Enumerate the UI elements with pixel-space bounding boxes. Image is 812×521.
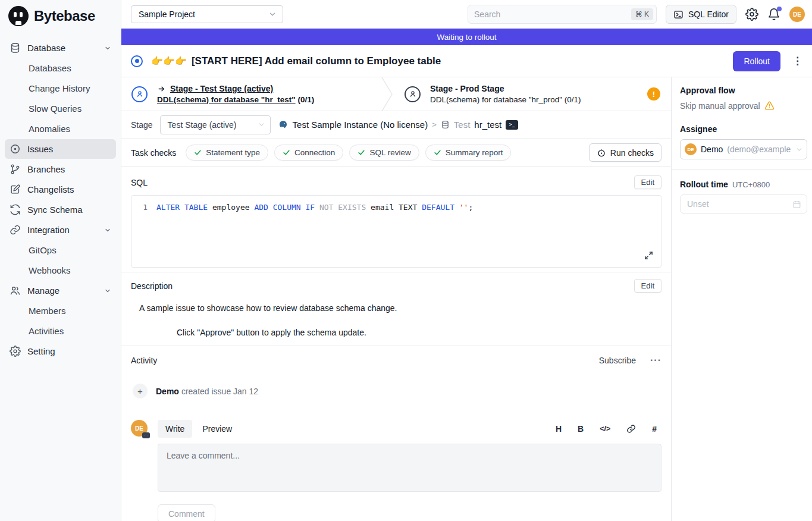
sidebar-item-branches[interactable]: Branches bbox=[5, 159, 116, 179]
chevron-down-icon bbox=[795, 146, 803, 153]
assignee-select[interactable]: DE Demo (demo@example bbox=[680, 139, 807, 159]
open-in-sql-editor-icon[interactable]: >_ bbox=[506, 120, 518, 130]
search-input[interactable] bbox=[474, 10, 631, 19]
search-shortcut-badge: ⌘ K bbox=[631, 8, 653, 20]
sql-token: IF bbox=[305, 203, 315, 212]
sql-edit-button[interactable]: Edit bbox=[634, 175, 661, 189]
project-select[interactable]: Sample Project bbox=[131, 5, 283, 23]
stage-card-prod[interactable]: Stage - Prod Stage DDL(schema) for datab… bbox=[394, 84, 671, 104]
sql-editor-label: SQL Editor bbox=[688, 10, 729, 19]
project-select-value: Sample Project bbox=[139, 10, 195, 19]
task-check-label: Statement type bbox=[206, 148, 260, 157]
task-check-sql-review[interactable]: SQL review bbox=[349, 145, 419, 161]
sidebar-item-label: Manage bbox=[27, 285, 104, 296]
integration-icon bbox=[10, 224, 21, 236]
stage-card-test[interactable]: Stage - Test Stage (active) DDL(schema) … bbox=[121, 84, 380, 104]
rollout-time-title: Rollout time bbox=[680, 180, 728, 189]
notifications-bell-icon[interactable] bbox=[767, 8, 780, 21]
hash-icon[interactable]: # bbox=[652, 424, 657, 434]
sql-token: ADD COLUMN bbox=[254, 203, 300, 212]
settings-gear-icon[interactable] bbox=[745, 8, 758, 21]
run-checks-button[interactable]: Run checks bbox=[589, 143, 661, 162]
check-icon bbox=[434, 149, 441, 156]
database-name[interactable]: hr_test bbox=[474, 120, 501, 130]
sidebar-item-change-history[interactable]: Change History bbox=[5, 79, 116, 98]
bytebase-logo[interactable]: Bytebase bbox=[0, 0, 121, 30]
sidebar: Bytebase DatabaseDatabasesChange History… bbox=[0, 0, 121, 521]
description-edit-button[interactable]: Edit bbox=[634, 279, 661, 293]
sidebar-item-webhooks[interactable]: Webhooks bbox=[5, 260, 116, 280]
rollout-time-input[interactable]: Unset bbox=[680, 194, 807, 214]
tab-write[interactable]: Write bbox=[158, 420, 192, 438]
task-checks-row: Task checks Statement typeConnectionSQL … bbox=[121, 139, 671, 167]
breadcrumb-separator: > bbox=[432, 120, 437, 129]
sidebar-item-integration[interactable]: Integration bbox=[5, 220, 116, 240]
instance-name[interactable]: Test Sample Instance (No license) bbox=[293, 120, 428, 130]
heading-icon[interactable]: H bbox=[556, 424, 562, 434]
issue-menu-kebab-icon[interactable]: ⋮ bbox=[792, 55, 802, 67]
topbar: Sample Project ⌘ K SQL Editor DE bbox=[121, 0, 812, 29]
rollout-button[interactable]: Rollout bbox=[733, 51, 780, 71]
task-checks-label: Task checks bbox=[131, 148, 176, 158]
stage-select[interactable]: Test Stage (active) bbox=[160, 115, 271, 134]
sidebar-item-issues[interactable]: Issues bbox=[5, 139, 116, 159]
activity-description: created issue Jan 12 bbox=[181, 387, 258, 396]
stage-task: DDL(schema) for database "hr_prod" bbox=[430, 95, 562, 104]
activity-section-title: Activity bbox=[131, 356, 157, 365]
check-icon bbox=[194, 149, 202, 156]
sidebar-item-database[interactable]: Database bbox=[5, 38, 116, 58]
chevron-down-icon bbox=[104, 227, 111, 234]
assignee-avatar: DE bbox=[685, 143, 697, 155]
task-check-summary-report[interactable]: Summary report bbox=[425, 145, 512, 161]
comment-editor: DE ··· Write Preview HB</># Comment bbox=[131, 420, 661, 521]
sidebar-item-label: Issues bbox=[27, 144, 111, 154]
timezone-label: UTC+0800 bbox=[732, 180, 770, 189]
sidebar-item-members[interactable]: Members bbox=[5, 301, 116, 321]
manage-icon bbox=[10, 285, 21, 296]
tab-preview[interactable]: Preview bbox=[195, 420, 240, 438]
sidebar-item-label: Activities bbox=[29, 326, 111, 336]
activity-menu-ellipsis-icon[interactable]: ··· bbox=[650, 355, 661, 366]
assignee-title: Assignee bbox=[680, 124, 807, 134]
task-check-connection[interactable]: Connection bbox=[274, 145, 343, 161]
run-checks-icon bbox=[597, 148, 606, 158]
sidebar-item-label: Webhooks bbox=[29, 265, 111, 275]
task-check-statement-type[interactable]: Statement type bbox=[186, 145, 268, 161]
sidebar-item-label: Sync Schema bbox=[27, 205, 111, 215]
sidebar-item-gitops[interactable]: GitOps bbox=[5, 240, 116, 260]
sidebar-item-label: Slow Queries bbox=[29, 103, 111, 114]
sidebar-item-changelists[interactable]: Changelists bbox=[5, 180, 116, 199]
sidebar-item-label: Setting bbox=[27, 346, 111, 356]
postgres-icon bbox=[278, 120, 289, 130]
sql-editor-button[interactable]: SQL Editor bbox=[666, 5, 736, 24]
sidebar-item-databases[interactable]: Databases bbox=[5, 58, 116, 78]
issue-title-emoji: 👉👉👉 bbox=[151, 55, 187, 67]
activity-item: + Democreated issue Jan 12 bbox=[133, 384, 671, 398]
comment-submit-button[interactable]: Comment bbox=[158, 504, 215, 521]
sidebar-item-sync-schema[interactable]: Sync Schema bbox=[5, 200, 116, 219]
search-box[interactable]: ⌘ K bbox=[468, 5, 657, 24]
sidebar-item-setting[interactable]: Setting bbox=[5, 341, 116, 361]
rollout-time-placeholder: Unset bbox=[687, 199, 792, 209]
code-icon[interactable]: </> bbox=[600, 425, 610, 433]
user-avatar[interactable]: DE bbox=[789, 7, 805, 22]
sql-token: DEFAULT bbox=[422, 203, 454, 212]
assignee-name: Demo bbox=[701, 145, 723, 154]
sql-editor-box[interactable]: 1 ALTER TABLE employee ADD COLUMN IF NOT… bbox=[131, 195, 661, 268]
link-icon[interactable] bbox=[626, 424, 636, 434]
attention-icon: ! bbox=[647, 87, 660, 101]
bold-icon[interactable]: B bbox=[578, 424, 584, 434]
comment-input[interactable] bbox=[158, 444, 661, 492]
expand-icon[interactable] bbox=[644, 251, 653, 260]
sidebar-item-slow-queries[interactable]: Slow Queries bbox=[5, 99, 116, 118]
bytebase-logo-icon bbox=[8, 6, 29, 26]
environment-label: Test bbox=[454, 120, 471, 130]
sidebar-item-label: GitOps bbox=[29, 245, 111, 255]
sql-token: ; bbox=[468, 203, 473, 212]
sidebar-item-anomalies[interactable]: Anomalies bbox=[5, 119, 116, 139]
sql-token bbox=[315, 203, 319, 212]
sidebar-item-manage[interactable]: Manage bbox=[5, 281, 116, 300]
sql-token: NOT EXISTS bbox=[319, 203, 366, 212]
subscribe-button[interactable]: Subscribe bbox=[599, 356, 636, 365]
sidebar-item-activities[interactable]: Activities bbox=[5, 321, 116, 341]
